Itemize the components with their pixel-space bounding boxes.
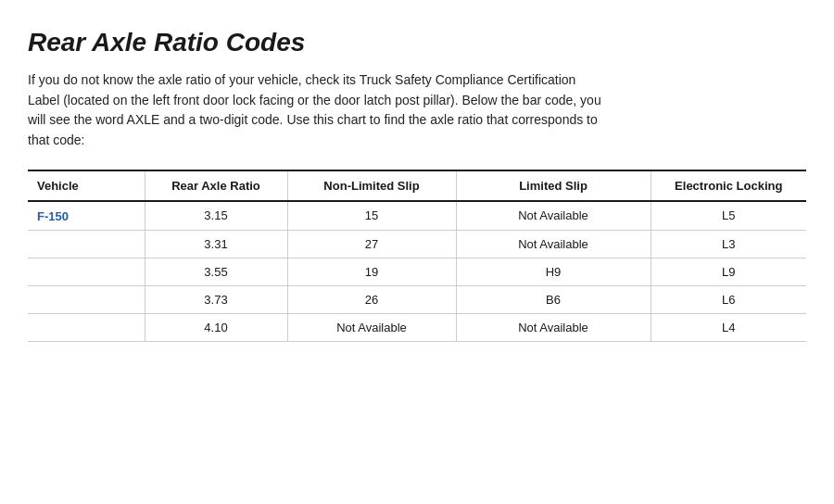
page-container: Rear Axle Ratio Codes If you do not know… xyxy=(0,0,834,504)
cell-vehicle xyxy=(28,313,145,341)
table-wrapper: Vehicle Rear Axle Ratio Non-Limited Slip… xyxy=(28,170,806,342)
cell-rear-axle: 3.15 xyxy=(145,201,287,231)
cell-rear-axle: 3.55 xyxy=(145,258,287,285)
table-row: 3.3127Not AvailableL3 xyxy=(28,230,806,258)
cell-rear-axle: 3.31 xyxy=(145,230,287,258)
table-row: 3.7326B6L6 xyxy=(28,285,806,313)
cell-limited: H9 xyxy=(456,258,651,285)
cell-limited: Not Available xyxy=(456,201,651,231)
cell-non-limited: Not Available xyxy=(287,313,456,341)
cell-non-limited: 15 xyxy=(287,201,456,231)
col-header-non-limited: Non-Limited Slip xyxy=(287,171,456,201)
cell-vehicle xyxy=(28,258,145,285)
page-title: Rear Axle Ratio Codes xyxy=(28,28,806,57)
table-row: 3.5519H9L9 xyxy=(28,258,806,285)
cell-rear-axle: 4.10 xyxy=(145,313,287,341)
cell-limited: B6 xyxy=(456,285,651,313)
cell-limited: Not Available xyxy=(456,313,651,341)
axle-ratio-table: Vehicle Rear Axle Ratio Non-Limited Slip… xyxy=(28,171,806,342)
cell-vehicle xyxy=(28,230,145,258)
description: If you do not know the axle ratio of you… xyxy=(28,70,602,151)
cell-non-limited: 26 xyxy=(287,285,456,313)
col-header-limited: Limited Slip xyxy=(456,171,651,201)
col-header-electronic: Electronic Locking xyxy=(651,171,806,201)
table-row: F-1503.1515Not AvailableL5 xyxy=(28,201,806,231)
col-header-vehicle: Vehicle xyxy=(28,171,145,201)
table-header-row: Vehicle Rear Axle Ratio Non-Limited Slip… xyxy=(28,171,806,201)
cell-vehicle: F-150 xyxy=(28,201,145,231)
table-row: 4.10Not AvailableNot AvailableL4 xyxy=(28,313,806,341)
cell-electronic: L3 xyxy=(651,230,806,258)
cell-rear-axle: 3.73 xyxy=(145,285,287,313)
cell-electronic: L9 xyxy=(651,258,806,285)
cell-non-limited: 27 xyxy=(287,230,456,258)
cell-non-limited: 19 xyxy=(287,258,456,285)
table-body: F-1503.1515Not AvailableL53.3127Not Avai… xyxy=(28,201,806,342)
cell-electronic: L4 xyxy=(651,313,806,341)
col-header-rear-axle: Rear Axle Ratio xyxy=(145,171,287,201)
cell-electronic: L5 xyxy=(651,201,806,231)
cell-limited: Not Available xyxy=(456,230,651,258)
cell-vehicle xyxy=(28,285,145,313)
cell-electronic: L6 xyxy=(651,285,806,313)
